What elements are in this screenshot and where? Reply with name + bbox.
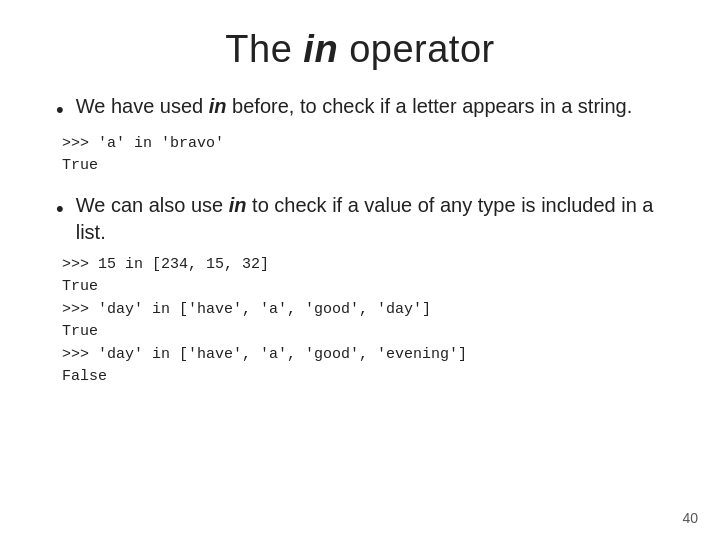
bullet1-prefix: We have used: [76, 95, 209, 117]
bullet-dot-1: •: [56, 95, 64, 125]
bullet-text-2: We can also use in to check if a value o…: [76, 192, 672, 246]
slide: The in operator • We have used in before…: [0, 0, 720, 540]
bullet-item-1: • We have used in before, to check if a …: [48, 93, 672, 125]
code-line-2-6: False: [62, 366, 672, 389]
slide-title: The in operator: [48, 28, 672, 71]
code-line-1-2: True: [62, 155, 672, 178]
code-line-2-4: True: [62, 321, 672, 344]
title-prefix: The: [225, 28, 303, 70]
code-line-2-1: >>> 15 in [234, 15, 32]: [62, 254, 672, 277]
title-keyword: in: [303, 28, 338, 70]
code-line-1-1: >>> 'a' in 'bravo': [62, 133, 672, 156]
code-line-2-3: >>> 'day' in ['have', 'a', 'good', 'day'…: [62, 299, 672, 322]
page-number: 40: [682, 510, 698, 526]
title-suffix: operator: [338, 28, 495, 70]
bullet-dot-2: •: [56, 194, 64, 224]
bullet-item-2: • We can also use in to check if a value…: [48, 192, 672, 246]
bullet-section-2: • We can also use in to check if a value…: [48, 192, 672, 246]
code-line-2-2: True: [62, 276, 672, 299]
bullet-text-1: We have used in before, to check if a le…: [76, 93, 672, 120]
code-block-2: >>> 15 in [234, 15, 32] True >>> 'day' i…: [62, 254, 672, 389]
bullet2-keyword: in: [229, 194, 247, 216]
bullet-section-1: • We have used in before, to check if a …: [48, 93, 672, 125]
bullet1-suffix: before, to check if a letter appears in …: [227, 95, 633, 117]
bullet2-prefix: We can also use: [76, 194, 229, 216]
code-block-1: >>> 'a' in 'bravo' True: [62, 133, 672, 178]
bullet1-keyword: in: [209, 95, 227, 117]
code-line-2-5: >>> 'day' in ['have', 'a', 'good', 'even…: [62, 344, 672, 367]
